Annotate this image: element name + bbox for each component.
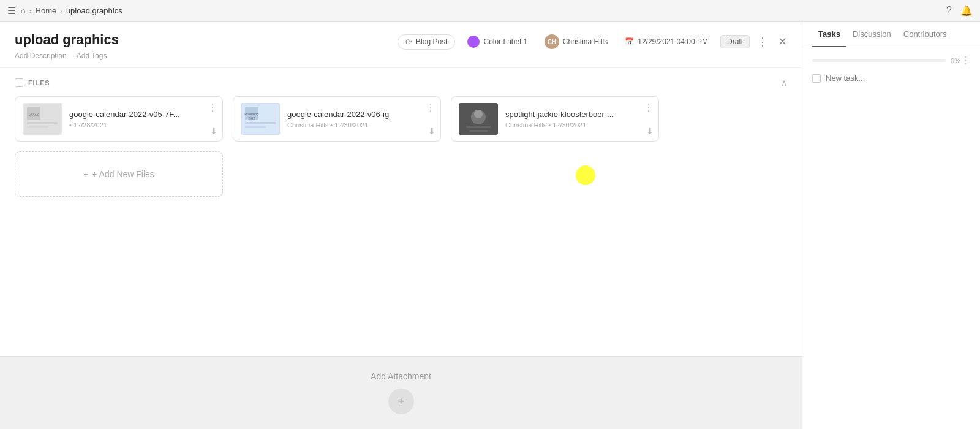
progress-pct: 0% <box>951 57 960 64</box>
date-badge[interactable]: 📅 12/29/2021 04:00 PM <box>620 35 713 48</box>
breadcrumb-home[interactable]: Home <box>36 6 57 15</box>
top-bar: ☰ ⌂ › Home › upload graphics ? 🔔 <box>0 0 980 22</box>
svg-text:2022: 2022 <box>29 112 39 116</box>
file-info: google-calendar-2022-v06-ig Christina Hi… <box>287 110 433 129</box>
avatar: CH <box>545 34 559 49</box>
file-info: spotlight-jackie-kloosterboer-... Christ… <box>505 110 651 129</box>
new-task-checkbox[interactable] <box>812 74 821 83</box>
plus-icon: + <box>398 395 405 409</box>
svg-text:2022: 2022 <box>248 116 255 120</box>
file-more-icon[interactable]: ⋮ <box>426 102 435 113</box>
top-right-icons: ? 🔔 <box>946 5 973 17</box>
attachment-area: Add Attachment + <box>0 356 802 429</box>
status-badge[interactable]: Draft <box>720 35 750 48</box>
breadcrumb: ⌂ › Home › upload graphics <box>21 6 123 15</box>
add-description-link[interactable]: Add Description <box>15 51 67 60</box>
bell-icon[interactable]: 🔔 <box>960 5 973 17</box>
files-collapse-icon[interactable]: ∧ <box>781 78 787 88</box>
attachment-label: Add Attachment <box>371 371 431 381</box>
file-name: google-calendar-2022-v05-7F... <box>69 110 215 119</box>
files-label: FILES <box>28 79 50 86</box>
tab-contributors[interactable]: Contributors <box>897 22 953 47</box>
progress-more-icon[interactable]: ⋮ <box>960 55 970 66</box>
sidebar-panel: Tasks Discussion Contributors 0% ⋮ <box>802 22 980 429</box>
assignee-name: Christina Hills <box>563 37 608 46</box>
files-grid: 2022 google-calendar-2022-v05-7F... • 12… <box>15 96 787 197</box>
color-dot <box>467 36 480 48</box>
breadcrumb-chevron: › <box>29 7 32 15</box>
file-meta: • 12/28/2021 <box>69 121 215 129</box>
breadcrumb-page: upload graphics <box>66 6 123 15</box>
files-header-left: FILES <box>15 78 50 87</box>
file-download-icon[interactable]: ⬇ <box>428 126 435 136</box>
tab-tasks[interactable]: Tasks <box>812 22 846 47</box>
thumb-image <box>459 103 498 135</box>
file-meta: Christina Hills • 12/30/2021 <box>505 121 651 129</box>
task-title-area: upload graphics Add Description Add Tags <box>15 32 119 67</box>
main-container: upload graphics Add Description Add Tags… <box>0 22 980 429</box>
file-thumbnail <box>459 103 498 135</box>
files-section: FILES ∧ 2022 <box>0 68 802 356</box>
files-checkbox[interactable] <box>15 78 23 87</box>
task-header: upload graphics Add Description Add Tags… <box>0 22 802 68</box>
blog-post-badge[interactable]: ⟳ Blog Post <box>398 34 455 50</box>
file-thumbnail: Planning 2022 <box>241 103 280 135</box>
task-header-top: upload graphics Add Description Add Tags… <box>15 32 787 67</box>
svg-rect-3 <box>27 126 48 128</box>
svg-point-13 <box>474 110 483 118</box>
file-card[interactable]: spotlight-jackie-kloosterboer-... Christ… <box>451 96 659 142</box>
help-icon[interactable]: ? <box>946 5 952 17</box>
add-tags-link[interactable]: Add Tags <box>77 51 107 60</box>
thumb-image: 2022 <box>23 103 62 135</box>
svg-rect-7 <box>245 122 276 124</box>
thumb-image: Planning 2022 <box>241 103 280 135</box>
file-info: google-calendar-2022-v05-7F... • 12/28/2… <box>69 110 215 129</box>
file-meta: Christina Hills • 12/30/2021 <box>287 121 433 129</box>
add-files-label: + Add New Files <box>92 169 154 179</box>
content-panel: upload graphics Add Description Add Tags… <box>0 22 802 429</box>
file-more-icon[interactable]: ⋮ <box>208 102 217 113</box>
calendar-icon: 📅 <box>625 37 634 46</box>
svg-rect-2 <box>27 122 58 124</box>
add-files-icon: + <box>83 169 88 179</box>
file-thumbnail: 2022 <box>23 103 62 135</box>
svg-rect-15 <box>469 130 488 132</box>
task-toolbar: ⟳ Blog Post Color Label 1 CH Christina H… <box>398 32 787 51</box>
file-card[interactable]: 2022 google-calendar-2022-v05-7F... • 12… <box>15 96 223 142</box>
sidebar-content: 0% ⋮ <box>802 47 980 429</box>
hamburger-icon[interactable]: ☰ <box>7 5 16 17</box>
blog-post-icon: ⟳ <box>405 37 412 47</box>
assignee-badge[interactable]: CH Christina Hills <box>540 32 612 51</box>
home-icon[interactable]: ⌂ <box>21 6 26 15</box>
files-header: FILES ∧ <box>15 78 787 88</box>
blog-post-label: Blog Post <box>416 37 447 46</box>
close-icon[interactable]: ✕ <box>778 35 787 48</box>
add-attachment-button[interactable]: + <box>388 389 414 414</box>
sidebar-tabs: Tasks Discussion Contributors <box>802 22 980 47</box>
color-label-text: Color Label 1 <box>483 37 527 46</box>
color-label-badge[interactable]: Color Label 1 <box>462 33 532 50</box>
file-name: google-calendar-2022-v06-ig <box>287 110 433 119</box>
new-task-row <box>812 74 970 83</box>
progress-bar-wrap <box>812 59 946 62</box>
file-card[interactable]: Planning 2022 google-calendar-2022-v06-i… <box>233 96 441 142</box>
add-files-card[interactable]: + + Add New Files <box>15 151 223 197</box>
new-task-input[interactable] <box>826 74 970 83</box>
svg-rect-14 <box>466 126 491 128</box>
breadcrumb-chevron2: › <box>60 7 62 15</box>
sidebar-progress-area: 0% ⋮ <box>812 55 970 66</box>
svg-rect-8 <box>245 126 266 128</box>
file-name: spotlight-jackie-kloosterboer-... <box>505 110 651 119</box>
file-download-icon[interactable]: ⬇ <box>646 126 654 136</box>
file-download-icon[interactable]: ⬇ <box>210 126 217 136</box>
svg-text:Planning: Planning <box>244 112 258 116</box>
more-options-icon[interactable]: ⋮ <box>757 35 768 48</box>
date-label: 12/29/2021 04:00 PM <box>638 37 708 46</box>
tab-discussion[interactable]: Discussion <box>846 22 897 47</box>
task-meta-actions: Add Description Add Tags <box>15 51 119 60</box>
task-title: upload graphics <box>15 32 119 48</box>
file-more-icon[interactable]: ⋮ <box>644 102 654 113</box>
